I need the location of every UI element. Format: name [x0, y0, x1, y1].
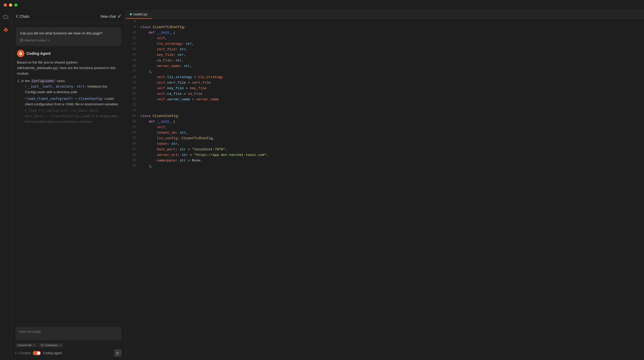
code-panel: loader.py 8 9class ClientTLSConfig:10 de… [126, 10, 644, 360]
line-code: tls_strategy: str, [140, 41, 639, 47]
table-row: 31 host_port: str = "localhost:7070", [126, 147, 644, 152]
codebase-close[interactable]: × [59, 344, 61, 347]
line-number: 34 [131, 164, 140, 169]
agent-icon [17, 50, 24, 57]
line-code: cert_file: str, [140, 47, 639, 52]
code-editor[interactable]: 8 9class ClientTLSConfig:10 def __init__… [126, 19, 644, 360]
chat-content: Can you tell me what functions we have o… [12, 23, 125, 324]
line-number: 26 [131, 119, 140, 125]
line-number: 32 [131, 152, 140, 158]
table-row: 14 key_file: str, [126, 52, 644, 58]
line-code: self.cert_file = cert_file [140, 80, 639, 86]
chats-back-button[interactable]: Chats [16, 14, 29, 19]
new-chat-button[interactable]: New chat [101, 14, 121, 19]
svg-point-8 [20, 54, 21, 55]
line-number: 14 [131, 52, 140, 58]
line-number: 16 [131, 64, 140, 69]
agent-response: Coding Agent Based on the file you've sh… [16, 50, 121, 320]
table-row: 32 server_url: str = "https://app.dev.ha… [126, 152, 644, 158]
line-code: self.ca_file = ca_file [140, 91, 639, 97]
chat-header: Chats New chat [12, 10, 125, 23]
line-code: tls_config: ClientTLSConfig, [140, 136, 639, 141]
current-file-tag[interactable]: Current file × [15, 343, 37, 347]
line-code: class ClientTLSConfig: [140, 25, 639, 30]
svg-point-6 [19, 53, 20, 55]
chat-input-footer: Context Coding agent [15, 349, 122, 357]
line-number: 30 [131, 141, 140, 147]
table-row: 10 def __init__( [126, 30, 644, 36]
folder-icon[interactable] [2, 13, 10, 21]
footer-left: Context Coding agent [15, 351, 62, 355]
coding-agent-label: Coding agent [43, 351, 62, 355]
table-row: 11 self, [126, 36, 644, 41]
context-label: Context [20, 351, 31, 355]
table-row: 34 ), [126, 164, 644, 169]
table-row: 17 ), [126, 69, 644, 75]
line-number: 20 [131, 86, 140, 91]
agent-intro: Based on the file you've shared (python-… [17, 60, 120, 76]
main-layout: Chats New chat Can you tell me what func… [0, 10, 644, 360]
send-button[interactable] [114, 349, 122, 357]
line-number: 15 [131, 58, 140, 64]
line-code [140, 19, 639, 25]
table-row: 30 token: str, [126, 141, 644, 147]
tab-label: loader.py [133, 12, 147, 16]
line-code: self.tls_strategy = tls_strategy [140, 75, 639, 80]
line-number: 33 [131, 158, 140, 164]
line-number: 11 [131, 36, 140, 41]
table-row: 28 tenant_id: str, [126, 130, 644, 136]
code-tabs: loader.py [126, 10, 644, 19]
logo-icon[interactable] [2, 25, 10, 34]
sublist-1: __init__(self, directory: str): Initiali… [21, 84, 120, 125]
sublist-item-2: load_client_config(self) → ClientConfig:… [25, 96, 120, 107]
attached-context[interactable]: Attached context [20, 38, 117, 43]
svg-rect-4 [20, 39, 23, 42]
table-row: 29 tls_config: ClientTLSConfig, [126, 136, 644, 141]
line-number: 18 [131, 75, 140, 80]
title-bar [0, 0, 644, 10]
line-number: 21 [131, 91, 140, 97]
line-code: self.server_name = server_name [140, 97, 639, 102]
line-code: def __init__( [140, 119, 639, 125]
line-number: 12 [131, 41, 140, 47]
line-code: self.key_file = key_file [140, 86, 639, 91]
codebase-tag[interactable]: Codebase × [39, 343, 63, 347]
current-file-close[interactable]: × [33, 344, 35, 347]
table-row: 23 [126, 102, 644, 108]
line-code: tenant_id: str, [140, 130, 639, 136]
line-code: self, [140, 125, 639, 130]
line-number: 31 [131, 147, 140, 152]
table-row: 26 def __init__( [126, 119, 644, 125]
coding-agent-toggle[interactable] [33, 351, 41, 355]
maximize-button[interactable] [14, 3, 17, 7]
line-number: 17 [131, 69, 140, 75]
file-dot [130, 13, 132, 15]
loader-py-tab[interactable]: loader.py [126, 10, 152, 19]
table-row: 25class ClientConfig: [126, 114, 644, 119]
agent-name: Coding Agent [26, 51, 51, 56]
line-code: ), [140, 164, 639, 169]
codebase-label: Codebase [44, 344, 58, 347]
line-number: 25 [131, 114, 140, 119]
line-number: 8 [131, 19, 140, 25]
table-row: 8 [126, 19, 644, 25]
line-number: 13 [131, 47, 140, 52]
table-row: 24 [126, 108, 644, 114]
line-code: def __init__( [140, 30, 639, 36]
table-row: 12 tls_strategy: str, [126, 41, 644, 47]
svg-point-2 [6, 29, 8, 31]
message-input[interactable] [15, 327, 122, 340]
minimize-button[interactable] [9, 3, 12, 7]
chat-input-area: Current file × Codebase × [12, 324, 125, 360]
svg-point-7 [21, 53, 23, 55]
sublist-item-3: _load_tls_config(self, tls_data: Dict, h… [25, 108, 120, 124]
close-button[interactable] [4, 3, 7, 7]
current-file-label: Current file [17, 344, 32, 347]
sublist-item-1: __init__(self, directory: str): Initiali… [25, 84, 120, 95]
line-code: key_file: str, [140, 52, 639, 58]
table-row: 16 server_name: str, [126, 64, 644, 69]
line-number: 9 [131, 25, 140, 30]
line-code: ), [140, 69, 639, 75]
svg-point-0 [5, 28, 7, 30]
list-item-1: In the ConfigLoader class: __init__(self… [21, 78, 120, 124]
